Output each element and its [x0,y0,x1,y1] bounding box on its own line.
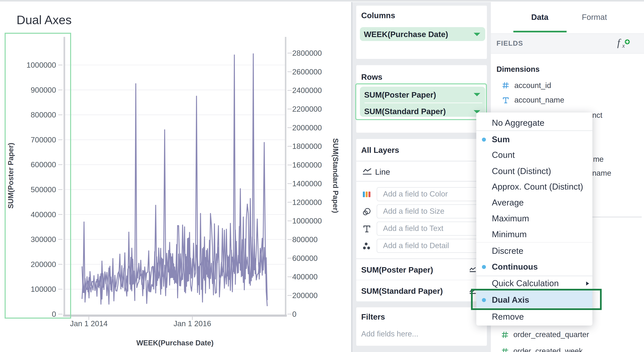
svg-text:2400000: 2400000 [292,86,322,94]
svg-text:SUM(Poster Paper): SUM(Poster Paper) [6,143,15,209]
svg-text:200000: 200000 [292,291,318,300]
svg-text:2000000: 2000000 [292,124,322,132]
svg-text:SUM(Standard Paper): SUM(Standard Paper) [332,138,340,213]
svg-text:700000: 700000 [31,136,56,144]
svg-text:800000: 800000 [292,235,318,244]
svg-text:1200000: 1200000 [292,198,322,206]
svg-text:Jan 1 2016: Jan 1 2016 [174,319,211,328]
svg-text:Jan 1 2014: Jan 1 2014 [70,319,108,328]
svg-text:WEEK(Purchase Date): WEEK(Purchase Date) [136,339,214,347]
svg-text:300000: 300000 [31,235,56,244]
svg-text:2800000: 2800000 [292,49,322,58]
svg-text:100000: 100000 [31,285,56,294]
svg-text:600000: 600000 [292,254,318,262]
svg-text:1600000: 1600000 [292,160,322,169]
svg-text:2600000: 2600000 [292,68,322,76]
svg-text:600000: 600000 [31,160,56,169]
svg-text:400000: 400000 [31,210,56,219]
svg-text:0: 0 [292,310,296,318]
svg-text:800000: 800000 [31,110,56,119]
svg-text:0: 0 [52,310,56,318]
svg-text:1400000: 1400000 [292,179,322,188]
svg-text:2200000: 2200000 [292,105,322,113]
svg-text:1000000: 1000000 [26,61,56,69]
svg-text:500000: 500000 [31,185,56,194]
svg-text:1000000: 1000000 [292,216,322,225]
svg-text:400000: 400000 [292,272,318,281]
svg-text:200000: 200000 [31,260,56,269]
svg-text:1800000: 1800000 [292,142,322,150]
svg-text:900000: 900000 [31,86,56,94]
